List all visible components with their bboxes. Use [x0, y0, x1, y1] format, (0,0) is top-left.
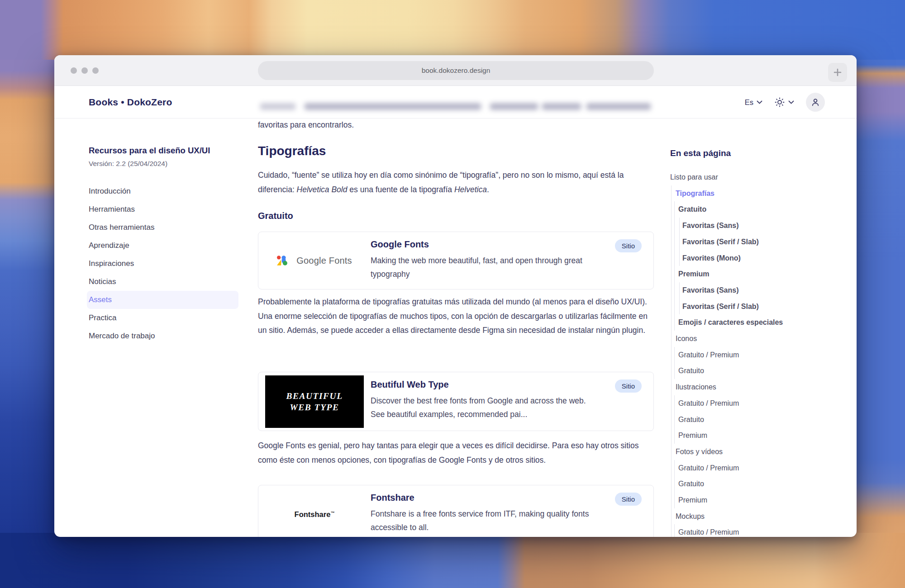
sidebar-item-inspiraciones[interactable]: Inspiraciones [87, 255, 238, 273]
sidebar-version: Versión: 2.2 (25/04/2024) [87, 160, 238, 168]
site-brand[interactable]: Books • DokoZero [89, 86, 172, 119]
sidebar-item-aprendizaje[interactable]: Aprendizaje [87, 237, 238, 255]
card-title: Google Fonts [371, 239, 599, 250]
header-controls: Es [745, 86, 825, 119]
toc-item[interactable]: Gratuito [678, 476, 829, 492]
google-fonts-logo: Google Fonts [277, 255, 352, 266]
blurred-scrolled-content [542, 103, 581, 110]
url-text: book.dokozero.design [422, 66, 491, 75]
language-selector[interactable]: Es [745, 98, 762, 107]
toc-item[interactable]: Favoritas (Serif / Slab) [682, 234, 829, 250]
sidebar-item-assets[interactable]: Assets [87, 291, 238, 309]
toc-item[interactable]: Favoritas (Sans) [682, 218, 829, 234]
new-tab-button[interactable] [828, 63, 847, 82]
card-type-badge: Sitio [615, 493, 642, 506]
body-paragraph: Probablemente la plataforma de tipografí… [258, 295, 654, 338]
theme-selector[interactable] [774, 97, 794, 108]
toc-item[interactable]: Gratuito [678, 363, 829, 379]
sidebar-item-noticias[interactable]: Noticias [87, 273, 238, 291]
window-close-button[interactable] [71, 67, 77, 74]
toc-item[interactable]: Gratuito [678, 412, 829, 428]
card-description: Discover the best free fonts from Google… [371, 394, 599, 421]
toc-item[interactable]: Emojis / caracteres especiales [678, 314, 829, 331]
card-type-badge: Sitio [615, 379, 642, 393]
toc-item[interactable]: Gratuito / Premium [678, 347, 829, 363]
toc-item[interactable]: Premium [678, 492, 829, 508]
toc-sublist: Gratuito / PremiumGratuitoPremium [674, 460, 829, 508]
intro-paragraph: Cuidado, “fuente” se utiliza hoy en día … [258, 168, 654, 197]
toc-item[interactable]: Fotos y vídeosGratuito / PremiumGratuito… [676, 444, 829, 508]
card-thumbnail-area: BEAUTIFUL WEB TYPE [258, 372, 371, 431]
on-this-page: En esta página Listo para usarTipografía… [670, 148, 829, 537]
toc-item[interactable]: PremiumFavoritas (Sans)Favoritas (Serif … [678, 266, 829, 314]
toc-sublist: GratuitoFavoritas (Sans)Favoritas (Serif… [674, 201, 829, 331]
main-content: favoritas para encontrarlos. Tipografías… [258, 119, 654, 537]
resource-card-google-fonts[interactable]: Google Fonts Google Fonts Making the web… [258, 232, 654, 289]
toc-item[interactable]: Favoritas (Sans) [682, 282, 829, 299]
toc-sublist: Favoritas (Sans)Favoritas (Serif / Slab) [679, 282, 829, 314]
google-fonts-logo-icon [277, 255, 291, 266]
toc-sublist: Gratuito / PremiumGratuitoPremium [674, 395, 829, 444]
toc-item[interactable]: GratuitoFavoritas (Sans)Favoritas (Serif… [678, 201, 829, 266]
blurred-scrolled-content [490, 103, 538, 110]
toc-item[interactable]: Gratuito / Premium [678, 395, 829, 412]
card-title: Beutiful Web Type [371, 379, 599, 390]
fontshare-logo: Fontshare™ [295, 510, 335, 519]
intro-text: es una fuente de la tipografía [347, 185, 454, 194]
card-description: Fontshare is a free fonts service from I… [371, 507, 599, 534]
toc-item[interactable]: Gratuito / Premium [678, 524, 829, 537]
window-minimize-button[interactable] [81, 67, 88, 74]
sidebar-item-mercado-de-trabajo[interactable]: Mercado de trabajo [87, 327, 238, 345]
sidebar-item-herramientas[interactable]: Herramientas [87, 200, 238, 218]
toc-sublist: Gratuito / PremiumGratuito [674, 347, 829, 379]
fontshare-wordmark: Fontshare [295, 510, 331, 518]
toc-item[interactable]: IlustracionesGratuito / PremiumGratuitoP… [676, 379, 829, 444]
sidebar-item-otras-herramientas[interactable]: Otras herramientas [87, 218, 238, 237]
toc-item[interactable]: Favorites (Mono) [682, 250, 829, 266]
toc-item[interactable]: Premium [678, 427, 829, 444]
site-header: Books • DokoZero Es [54, 86, 857, 119]
toc-item[interactable]: MockupsGratuito / Premium [676, 508, 829, 537]
toc-sublist: Favoritas (Sans)Favoritas (Serif / Slab)… [679, 218, 829, 266]
plus-icon [834, 68, 842, 76]
toc-item[interactable]: Gratuito / Premium [678, 460, 829, 476]
blurred-scrolled-content [260, 103, 295, 110]
toc-item[interactable]: Favoritas (Serif / Slab) [682, 299, 829, 315]
resource-card-beutiful-web-type[interactable]: BEAUTIFUL WEB TYPE Beutiful Web Type Dis… [258, 372, 654, 431]
desktop: book.dokozero.design Books • DokoZero Es [0, 0, 905, 588]
section-heading: Gratuito [258, 211, 293, 221]
left-sidebar: Recursos para el diseño UX/UI Versión: 2… [87, 146, 238, 345]
language-label: Es [745, 98, 753, 107]
card-body: Fontshare Fontshare is a free fonts serv… [371, 485, 653, 537]
wallpaper-right-band [850, 0, 905, 588]
sidebar-nav: IntroducciónHerramientasOtras herramient… [87, 182, 238, 345]
card-type-badge: Sitio [615, 239, 642, 252]
card-logo-area: Fontshare™ [258, 485, 371, 537]
account-button[interactable] [806, 93, 825, 112]
intro-italic: Helvetica [454, 185, 487, 194]
card-body: Beutiful Web Type Discover the best free… [371, 372, 653, 431]
chevron-down-icon [757, 100, 762, 104]
trademark-symbol: ™ [330, 511, 334, 515]
sidebar-item-introducci-n[interactable]: Introducción [87, 182, 238, 200]
window-zoom-button[interactable] [92, 67, 99, 74]
sidebar-item-practica[interactable]: Practica [87, 309, 238, 327]
toc-list: Listo para usarTipografíasGratuitoFavori… [670, 169, 829, 537]
address-bar[interactable]: book.dokozero.design [258, 61, 654, 80]
person-icon [810, 97, 821, 108]
sun-icon [774, 97, 785, 108]
google-fonts-wordmark: Google Fonts [296, 256, 352, 266]
thumbnail-text: WEB TYPE [290, 402, 339, 413]
toc-item[interactable]: TipografíasGratuitoFavoritas (Sans)Favor… [676, 185, 829, 331]
beautiful-web-type-thumbnail: BEAUTIFUL WEB TYPE [265, 375, 364, 428]
browser-window: book.dokozero.design Books • DokoZero Es [54, 55, 857, 537]
card-logo-area: Google Fonts [258, 232, 371, 289]
toc-sublist: TipografíasGratuitoFavoritas (Sans)Favor… [671, 185, 829, 537]
toc-title: En esta página [670, 148, 829, 158]
intro-italic: Helvetica Bold [297, 185, 348, 194]
browser-chrome: book.dokozero.design [54, 55, 857, 86]
toc-item[interactable]: IconosGratuito / PremiumGratuito [676, 331, 829, 379]
toc-item[interactable]: Listo para usarTipografíasGratuitoFavori… [670, 169, 829, 537]
wallpaper-top-band [0, 0, 905, 60]
resource-card-fontshare[interactable]: Fontshare™ Fontshare Fontshare is a free… [258, 485, 654, 537]
